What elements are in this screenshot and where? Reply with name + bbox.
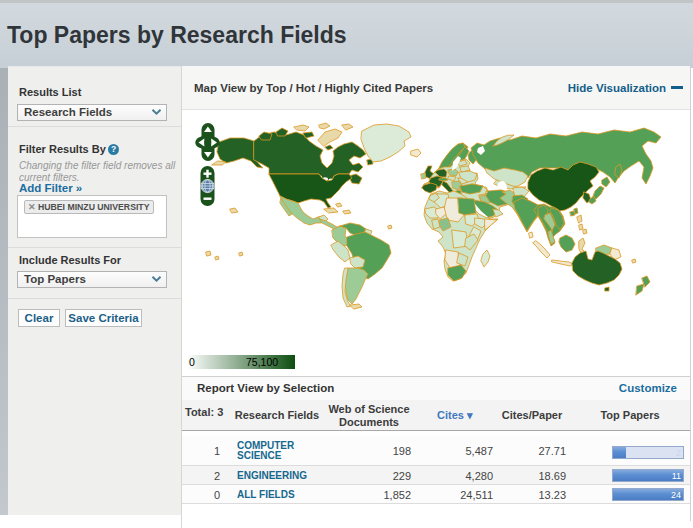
svg-text:0: 0 (189, 356, 195, 368)
svg-text:75,100: 75,100 (246, 356, 278, 368)
